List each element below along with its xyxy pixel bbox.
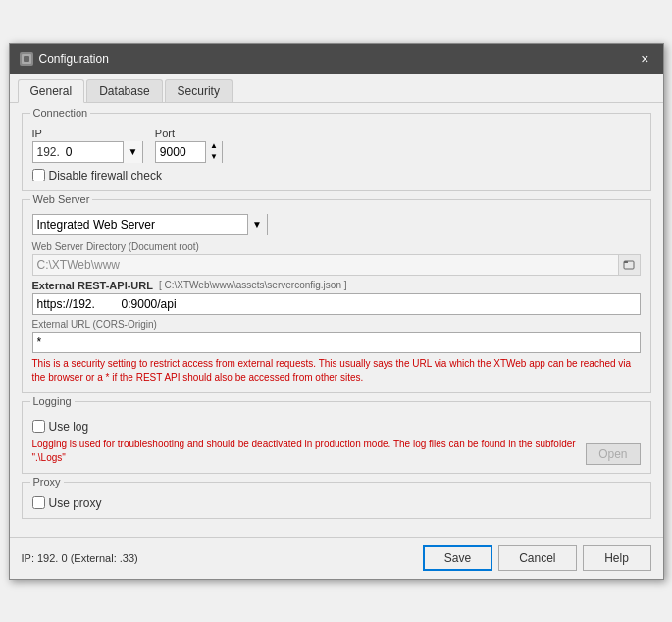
connection-row: IP 192. ▼ Port ▲ ▼ [32, 128, 641, 163]
ip-group: IP 192. ▼ [32, 128, 143, 163]
proxy-group: Proxy Use proxy [22, 482, 651, 519]
cors-label: External URL (CORS-Origin) [32, 319, 641, 330]
webserver-title: Web Server [30, 193, 93, 205]
close-button[interactable]: × [637, 52, 652, 66]
dir-label-wrapper: Web Server Directory (Document root) [32, 241, 641, 252]
cors-info-text: This is a security setting to restrict a… [32, 357, 641, 385]
webserver-select[interactable]: Integrated Web Server External Web Serve… [33, 215, 247, 234]
port-field[interactable] [156, 142, 205, 162]
footer-buttons: Save Cancel Help [423, 545, 651, 571]
port-spinner-down[interactable]: ▼ [206, 152, 222, 163]
configuration-dialog: Configuration × General Database Securit… [9, 43, 664, 580]
proxy-checkbox-row: Use proxy [32, 496, 641, 510]
connection-group: Connection IP 192. ▼ Port [22, 113, 651, 191]
svg-rect-1 [24, 56, 29, 62]
logging-info-text: Logging is used for troubleshooting and … [32, 438, 587, 465]
ip-label: IP [32, 128, 143, 139]
tab-bar: General Database Security [10, 74, 663, 103]
proxy-checkbox[interactable] [32, 496, 45, 509]
proxy-title: Proxy [30, 476, 64, 488]
logging-group: Logging Use log Logging is used for trou… [22, 401, 651, 474]
cancel-button[interactable]: Cancel [498, 545, 576, 571]
logging-inner: Use log Logging is used for troubleshoot… [32, 416, 641, 465]
logging-checkbox-row: Use log [32, 420, 587, 434]
svg-rect-3 [624, 261, 628, 263]
ip-prefix: 192. [33, 145, 64, 159]
webserver-select-arrow: ▼ [247, 214, 267, 235]
firewall-checkbox[interactable] [32, 169, 45, 181]
dir-label: Web Server Directory (Document root) [32, 241, 641, 252]
firewall-label[interactable]: Disable firewall check [49, 169, 162, 182]
content-area: Connection IP 192. ▼ Port [10, 103, 663, 537]
logging-checkbox[interactable] [32, 420, 45, 433]
webserver-group: Web Server Integrated Web Server Externa… [22, 199, 651, 393]
ip-dropdown-arrow[interactable]: ▼ [123, 141, 142, 163]
dir-browse-button[interactable] [619, 254, 641, 276]
footer: IP: 192. 0 (External: .33) Save Cancel H… [10, 537, 663, 579]
title-bar: Configuration × [10, 44, 663, 74]
firewall-checkbox-row: Disable firewall check [32, 169, 641, 182]
port-spinner-up[interactable]: ▲ [206, 141, 222, 152]
webserver-select-container: Integrated Web Server External Web Serve… [32, 214, 268, 235]
app-icon [20, 52, 33, 66]
dir-field[interactable] [32, 254, 619, 276]
logging-title: Logging [30, 395, 75, 407]
connection-title: Connection [30, 107, 91, 119]
ip-input-row: 192. ▼ [32, 141, 143, 163]
title-bar-left: Configuration [20, 52, 109, 66]
open-button[interactable]: Open [586, 443, 640, 465]
proxy-label[interactable]: Use proxy [49, 496, 102, 510]
rest-api-label-row: External REST-API-URL [ C:\XTWeb\www\ass… [32, 280, 641, 291]
port-group: Port ▲ ▼ [155, 128, 223, 163]
save-button[interactable]: Save [423, 545, 492, 571]
rest-api-field[interactable] [32, 293, 641, 315]
tab-general[interactable]: General [18, 79, 85, 103]
rest-api-label: External REST-API-URL [32, 280, 153, 291]
ip-field[interactable] [64, 142, 123, 162]
port-spinners: ▲ ▼ [205, 141, 222, 163]
tab-database[interactable]: Database [86, 79, 162, 102]
tab-security[interactable]: Security [165, 79, 233, 102]
dialog-title: Configuration [39, 52, 109, 66]
logging-label[interactable]: Use log [49, 420, 89, 434]
help-button[interactable]: Help [583, 545, 651, 571]
port-input-container: ▲ ▼ [155, 141, 223, 163]
footer-ip-text: IP: 192. 0 (External: .33) [22, 552, 138, 564]
dir-field-row [32, 254, 641, 276]
cors-field[interactable] [32, 332, 641, 353]
logging-left: Use log Logging is used for troubleshoot… [32, 416, 587, 465]
port-label: Port [155, 128, 223, 139]
rest-api-hint: [ C:\XTWeb\www\assets\serverconfig.json … [159, 280, 347, 290]
